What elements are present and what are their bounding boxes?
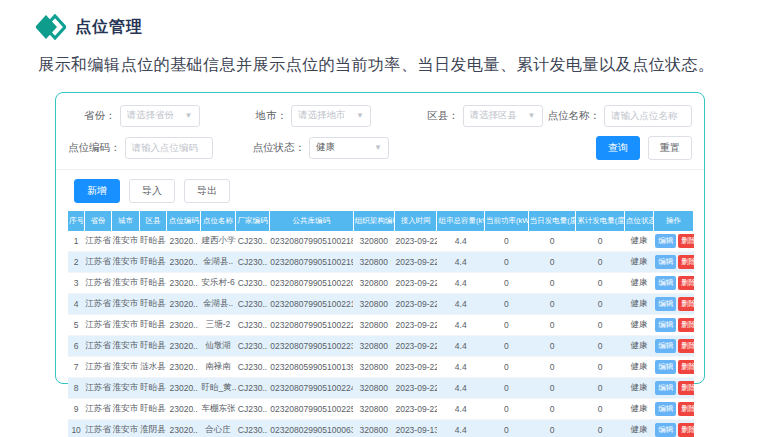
table-cell: 0 xyxy=(576,293,625,314)
table-cell: 0 xyxy=(528,314,576,335)
edit-button[interactable]: 编辑 xyxy=(655,297,676,311)
reset-button[interactable]: 重置 xyxy=(648,136,692,160)
table-cell: 10 xyxy=(68,419,84,437)
search-button[interactable]: 查询 xyxy=(596,136,640,160)
table-cell: 0 xyxy=(576,377,625,398)
table-cell: 023208079905100221 xyxy=(269,293,353,314)
table-cell: 320800 xyxy=(353,377,394,398)
table-cell: 健康 xyxy=(625,335,654,356)
delete-button[interactable]: 删除 xyxy=(678,381,693,395)
table-cell: 320800 xyxy=(353,356,394,377)
add-button[interactable]: 新增 xyxy=(74,179,120,203)
table-row: 7江苏省淮安市涟水县23020..南禄南CJ230..0232080599051… xyxy=(68,356,694,377)
table-cell: 23020.. xyxy=(167,314,201,335)
table-cell: 320800 xyxy=(353,272,394,293)
table-cell: CJ230.. xyxy=(236,314,270,335)
table-cell: 江苏省 xyxy=(84,419,112,437)
delete-button[interactable]: 删除 xyxy=(678,234,693,248)
table-cell: 健康 xyxy=(625,251,654,272)
table-cell: CJ230.. xyxy=(236,251,270,272)
point-code-input[interactable] xyxy=(125,137,213,159)
table-cell: 0 xyxy=(485,419,529,437)
table-cell: 淮安市 xyxy=(112,419,140,437)
table-cell: 023208079905100222 xyxy=(269,314,353,335)
edit-button[interactable]: 编辑 xyxy=(655,402,676,416)
table-cell: 23020.. xyxy=(167,231,201,252)
delete-button[interactable]: 删除 xyxy=(678,360,693,374)
delete-button[interactable]: 删除 xyxy=(678,402,693,416)
export-button[interactable]: 导出 xyxy=(184,179,230,203)
point-status-select[interactable]: 健康 ▼ xyxy=(309,137,389,159)
table-cell: 0 xyxy=(485,314,529,335)
city-placeholder: 请选择地市 xyxy=(298,109,346,122)
point-name-input[interactable] xyxy=(604,105,692,127)
table-cell: 023208079905100220 xyxy=(269,272,353,293)
district-placeholder: 请选择区县 xyxy=(470,109,518,122)
table-cell: 盱眙县 xyxy=(139,377,167,398)
table-cell: 0 xyxy=(576,356,625,377)
table-cell: 23020.. xyxy=(167,377,201,398)
table-cell: 0 xyxy=(528,293,576,314)
table-cell: 淮安市 xyxy=(112,356,140,377)
table-row: 1江苏省淮安市盱眙县23020..建西小学CJ230..023208079905… xyxy=(68,231,694,252)
table-cell: 2023-09-22 xyxy=(394,251,437,272)
column-header: 公共库编码 xyxy=(269,211,353,231)
table-cell: 江苏省 xyxy=(84,251,112,272)
table-cell: 仙墩湖 xyxy=(201,335,236,356)
table-cell: 0 xyxy=(576,398,625,419)
edit-button[interactable]: 编辑 xyxy=(655,318,676,332)
import-button[interactable]: 导入 xyxy=(129,179,175,203)
delete-button[interactable]: 删除 xyxy=(678,339,693,353)
table-cell: 健康 xyxy=(625,377,654,398)
table-cell: 淮安市 xyxy=(112,335,140,356)
table-cell: 盱眙县 xyxy=(139,231,167,252)
table-cell: 23020.. xyxy=(167,356,201,377)
column-header: 当日发电量(度) xyxy=(528,211,576,231)
edit-button[interactable]: 编辑 xyxy=(655,276,676,290)
edit-button[interactable]: 编辑 xyxy=(655,423,676,437)
table-cell: CJ230.. xyxy=(236,419,270,437)
table-cell: 23020.. xyxy=(167,272,201,293)
table-cell: 23020.. xyxy=(167,419,201,437)
delete-button[interactable]: 删除 xyxy=(678,255,693,269)
table-cell: 23020.. xyxy=(167,293,201,314)
delete-button[interactable]: 删除 xyxy=(678,276,693,290)
city-select[interactable]: 请选择地市 ▼ xyxy=(291,105,371,127)
table-cell: 320800 xyxy=(353,231,394,252)
column-header: 点位状态 xyxy=(625,211,654,231)
table-cell: 4.4 xyxy=(437,231,485,252)
table-cell: 4.4 xyxy=(437,251,485,272)
table-cell: 023208079905100218 xyxy=(269,231,353,252)
edit-button[interactable]: 编辑 xyxy=(655,339,676,353)
column-header: 累计发电量(度) xyxy=(576,211,625,231)
province-select[interactable]: 请选择省份 ▼ xyxy=(120,105,200,127)
table-cell: 5 xyxy=(68,314,84,335)
delete-button[interactable]: 删除 xyxy=(678,297,693,311)
district-select[interactable]: 请选择区县 ▼ xyxy=(463,105,543,127)
table-cell: 淮安市 xyxy=(112,251,140,272)
province-placeholder: 请选择省份 xyxy=(127,109,175,122)
table-cell: 盱眙县 xyxy=(139,398,167,419)
page-header: 点位管理 xyxy=(0,0,760,40)
edit-button[interactable]: 编辑 xyxy=(655,255,676,269)
edit-button[interactable]: 编辑 xyxy=(655,381,676,395)
table-cell: 江苏省 xyxy=(84,377,112,398)
table-cell: 0 xyxy=(485,293,529,314)
edit-button[interactable]: 编辑 xyxy=(655,360,676,374)
table-cell: 江苏省 xyxy=(84,293,112,314)
table-cell: 0 xyxy=(485,398,529,419)
delete-button[interactable]: 删除 xyxy=(678,423,693,437)
chevron-down-icon: ▼ xyxy=(374,143,382,152)
chevron-down-icon: ▼ xyxy=(185,111,193,120)
column-header: 省份 xyxy=(84,211,112,231)
district-label: 区县： xyxy=(427,109,459,123)
table-cell: 淮安市 xyxy=(112,231,140,252)
edit-button[interactable]: 编辑 xyxy=(655,234,676,248)
row-actions: 编辑删除 xyxy=(653,419,693,437)
table-body: 1江苏省淮安市盱眙县23020..建西小学CJ230..023208079905… xyxy=(68,231,694,437)
table-cell: 0 xyxy=(576,314,625,335)
table-cell: 0 xyxy=(528,356,576,377)
column-header: 城市 xyxy=(112,211,140,231)
delete-button[interactable]: 删除 xyxy=(678,318,693,332)
chevron-down-icon: ▼ xyxy=(356,111,364,120)
